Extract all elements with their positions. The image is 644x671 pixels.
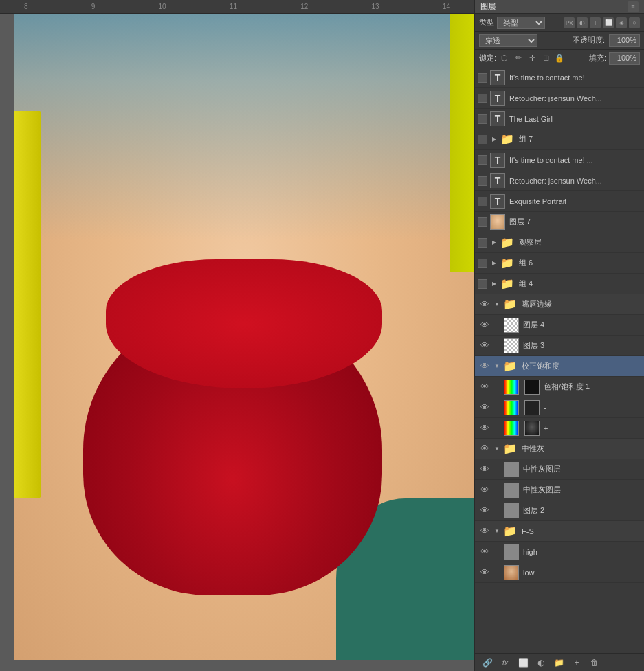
layer-item[interactable]: 👁 中性灰图层 (475, 459, 644, 480)
link-layers-button[interactable]: 🔗 (480, 656, 494, 670)
eye-icon[interactable]: 👁 (478, 545, 491, 559)
layer-item[interactable]: 图层 7 (475, 212, 644, 232)
layer-checkbox[interactable] (478, 73, 487, 82)
layer-checkbox[interactable] (478, 176, 487, 186)
expand-icon[interactable]: ▼ (493, 300, 501, 309)
new-layer-button[interactable]: + (570, 656, 584, 670)
layer-item-group[interactable]: 👁 ▼ 📁 嘴唇边缘 (475, 294, 644, 315)
filter-icon-adj[interactable]: ◐ (577, 17, 588, 28)
layer-item[interactable]: ▶ 📁 组 4 (475, 274, 644, 294)
expand-icon[interactable]: ▶ (490, 239, 498, 247)
panel-bottom: 🔗 fx ⬜ ◐ 📁 + 🗑 (475, 653, 644, 671)
eye-icon[interactable]: 👁 (478, 401, 491, 415)
layer-name: 中性灰 (522, 443, 641, 454)
filter-icon-type[interactable]: T (590, 17, 601, 28)
layer-checkbox[interactable] (478, 114, 487, 124)
bottom-icons: 🔗 fx ⬜ ◐ 📁 + 🗑 (480, 656, 601, 670)
layer-item[interactable]: 👁 - (475, 397, 644, 418)
expand-icon[interactable]: ▼ (493, 362, 501, 371)
eye-icon[interactable]: 👁 (478, 318, 491, 332)
layer-thumbnail (504, 503, 519, 518)
filter-select[interactable]: 类型 (497, 16, 545, 29)
layer-checkbox[interactable] (478, 238, 487, 248)
layers-list[interactable]: T It's time to contact me! T Retoucher: … (475, 67, 644, 653)
fill-value[interactable]: 100% (609, 52, 640, 65)
layer-thumbnail: 📁 (500, 276, 515, 292)
expand-icon[interactable]: ▼ (493, 527, 501, 536)
eye-icon[interactable]: 👁 (478, 483, 491, 497)
layer-item[interactable]: 👁 + (475, 418, 644, 439)
layer-thumbnail: T (490, 153, 505, 168)
eye-icon[interactable]: 👁 (478, 504, 491, 518)
layer-item[interactable]: ▶ 📁 观察层 (475, 232, 644, 253)
layer-thumbnail: T (490, 91, 505, 106)
eye-icon[interactable]: 👁 (478, 566, 491, 580)
eye-icon[interactable]: 👁 (478, 421, 491, 435)
layer-item[interactable]: T It's time to contact me! (475, 67, 644, 88)
opacity-value[interactable]: 100% (609, 34, 640, 47)
layer-item[interactable]: 👁 图层 3 (475, 336, 644, 356)
layer-item-group[interactable]: 👁 ▼ 📁 F-S (475, 521, 644, 542)
expand-icon[interactable]: ▶ (490, 135, 498, 144)
layer-item[interactable]: T Retoucher: jsensun Wech... (475, 88, 644, 109)
layer-thumbnail (504, 421, 519, 436)
layer-item[interactable]: T The Last Girl (475, 109, 644, 129)
layer-checkbox[interactable] (478, 135, 487, 144)
filter-icon-smart[interactable]: ◈ (616, 17, 627, 28)
layer-thumbnail: T (490, 173, 505, 188)
eye-icon[interactable]: 👁 (478, 298, 491, 311)
filter-icon-off[interactable]: ○ (629, 17, 640, 28)
layer-checkbox[interactable] (478, 279, 487, 289)
layer-item[interactable]: 👁 色相/饱和度 1 (475, 377, 644, 397)
lock-label: 锁定: (479, 53, 496, 63)
layer-thumbnail (504, 400, 519, 415)
layer-checkbox[interactable] (478, 217, 487, 227)
layer-item[interactable]: T It's time to contact me! ... (475, 150, 644, 170)
delete-layer-button[interactable]: 🗑 (588, 656, 601, 670)
layer-item-active[interactable]: 👁 ▼ 📁 校正饱和度 (475, 356, 644, 377)
lock-artboard-icon[interactable]: ⊞ (540, 53, 551, 64)
expand-icon[interactable]: ▼ (493, 445, 501, 453)
layers-panel: 图层 ≡ 类型 类型 Px ◐ T ⬜ ◈ ○ 穿透 不透明度: 100% 锁定… (474, 0, 644, 671)
yellow-element-left (14, 111, 41, 498)
group-layers-button[interactable]: 📁 (552, 656, 566, 670)
blend-mode-select[interactable]: 穿透 (479, 34, 537, 47)
layer-item[interactable]: ▶ 📁 组 6 (475, 253, 644, 274)
eye-icon[interactable]: 👁 (478, 380, 491, 394)
layer-checkbox[interactable] (478, 197, 487, 206)
layer-item[interactable]: T Exquisite Portrait (475, 191, 644, 212)
ruler-top: 8 9 10 11 12 13 14 (0, 0, 474, 14)
eye-icon[interactable]: 👁 (478, 360, 491, 373)
eye-icon[interactable]: 👁 (478, 463, 491, 476)
filter-icon-px[interactable]: Px (564, 17, 575, 28)
layer-item[interactable]: T Retoucher: jsensun Wech... (475, 170, 644, 191)
layer-item[interactable]: 👁 low (475, 562, 644, 583)
layer-item[interactable]: ▶ 📁 组 7 (475, 129, 644, 150)
eye-icon[interactable]: 👁 (478, 339, 491, 353)
layer-style-button[interactable]: fx (498, 656, 512, 670)
layer-item[interactable]: 👁 图层 4 (475, 315, 644, 336)
adjustment-layer-button[interactable]: ◐ (534, 656, 548, 670)
layer-item-group[interactable]: 👁 ▼ 📁 中性灰 (475, 439, 644, 459)
layer-name: Retoucher: jsensun Wech... (509, 94, 641, 102)
lock-all-icon[interactable]: 🔒 (554, 53, 565, 64)
panel-menu-btn[interactable]: ≡ (628, 1, 639, 12)
layer-item[interactable]: 👁 中性灰图层 (475, 480, 644, 500)
layer-thumbnail (504, 462, 519, 477)
layer-checkbox[interactable] (478, 94, 487, 103)
layer-item[interactable]: 👁 图层 2 (475, 500, 644, 521)
layer-name: 嘴唇边缘 (522, 299, 641, 309)
lock-transparent-icon[interactable]: ⬡ (499, 53, 510, 64)
layer-checkbox[interactable] (478, 155, 487, 165)
lock-position-icon[interactable]: ✛ (526, 53, 537, 64)
eye-icon[interactable]: 👁 (478, 525, 491, 538)
expand-icon[interactable]: ▶ (490, 280, 498, 288)
lock-paint-icon[interactable]: ✏ (513, 53, 524, 64)
layer-thumbnail: 📁 (502, 359, 518, 374)
eye-icon[interactable]: 👁 (478, 442, 491, 456)
expand-icon[interactable]: ▶ (490, 259, 498, 267)
add-mask-button[interactable]: ⬜ (516, 656, 530, 670)
layer-item[interactable]: 👁 high (475, 542, 644, 562)
layer-checkbox[interactable] (478, 258, 487, 268)
filter-icon-shape[interactable]: ⬜ (603, 17, 614, 28)
